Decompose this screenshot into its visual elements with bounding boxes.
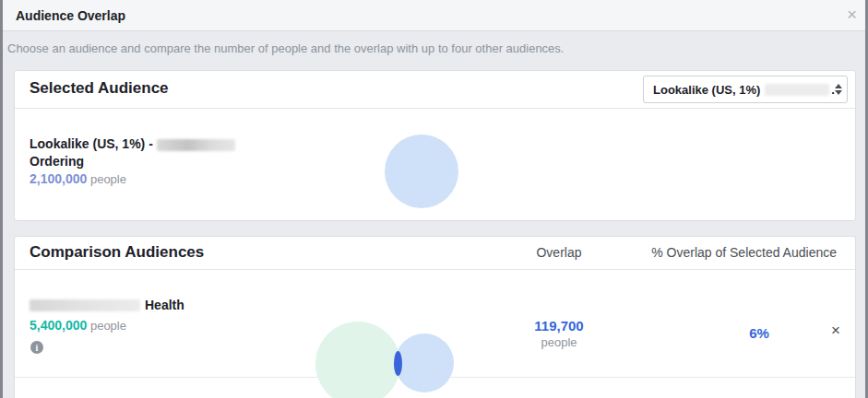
redacted-dropdown-text — [765, 84, 829, 96]
overlap-count-unit: people — [476, 334, 642, 351]
selected-audience-info: Lookalike (US, 1%) - Ordering 2,100,000 … — [30, 135, 235, 188]
redacted-audience-name — [157, 139, 235, 151]
selected-audience-name-line2: Ordering — [30, 153, 235, 170]
comparison-audience-count: 5,400,000 — [30, 318, 87, 333]
comparison-row: Health 5,400,000 people i 119,700 people… — [15, 269, 855, 378]
comparison-audiences-header: Comparison Audiences Overlap % Overlap o… — [15, 237, 855, 270]
comparison-audience-name: Health — [30, 295, 184, 315]
dropdown-value: Lookalike (US, 1%) — [653, 83, 760, 97]
selected-audience-count-line: 2,100,000 people — [30, 170, 235, 188]
selected-audience-count: 2,100,000 — [30, 171, 87, 186]
close-icon[interactable]: × — [847, 5, 857, 25]
comparison-audience-count-line: 5,400,000 people — [30, 315, 184, 336]
selected-audience-card: Selected Audience Lookalike (US, 1%) . L… — [14, 70, 856, 221]
comparison-audience-info: Health 5,400,000 people i — [30, 295, 184, 355]
venn-comparison-circle — [315, 322, 400, 398]
column-header-overlap: Overlap — [476, 245, 642, 260]
audience-overlap-dialog: Audience Overlap × Choose an audience an… — [0, 0, 868, 398]
audience-select-dropdown[interactable]: Lookalike (US, 1%) . — [643, 76, 848, 103]
comparison-audience-count-unit: people — [90, 319, 126, 333]
selected-audience-count-unit: people — [90, 172, 126, 186]
overlap-percentage: 6% — [749, 325, 769, 341]
selected-audience-circle — [385, 135, 458, 208]
selected-audience-name-line1: Lookalike (US, 1%) - — [30, 135, 235, 153]
comparison-audiences-card: Comparison Audiences Overlap % Overlap o… — [14, 236, 856, 398]
redacted-audience-name — [30, 299, 140, 311]
window-left-edge — [0, 0, 3, 398]
remove-comparison-icon[interactable]: × — [831, 322, 840, 340]
overlap-cell: 119,700 people — [476, 318, 642, 351]
sort-arrows-icon — [835, 84, 842, 95]
pct-overlap-cell: 6% — [679, 325, 839, 342]
dialog-subtitle: Choose an audience and compare the numbe… — [7, 41, 564, 55]
column-header-pct-overlap: % Overlap of Selected Audience — [651, 245, 837, 260]
comparison-audiences-heading: Comparison Audiences — [30, 243, 204, 262]
overlap-count: 119,700 — [476, 318, 642, 334]
venn-overlap-lens — [394, 351, 402, 376]
dialog-title: Audience Overlap — [16, 8, 125, 23]
dialog-titlebar: Audience Overlap × — [0, 0, 868, 31]
selected-audience-header: Selected Audience Lookalike (US, 1%) . — [15, 71, 855, 109]
venn-selected-circle — [395, 334, 454, 392]
selected-audience-heading: Selected Audience — [30, 79, 169, 98]
info-icon[interactable]: i — [30, 341, 43, 354]
